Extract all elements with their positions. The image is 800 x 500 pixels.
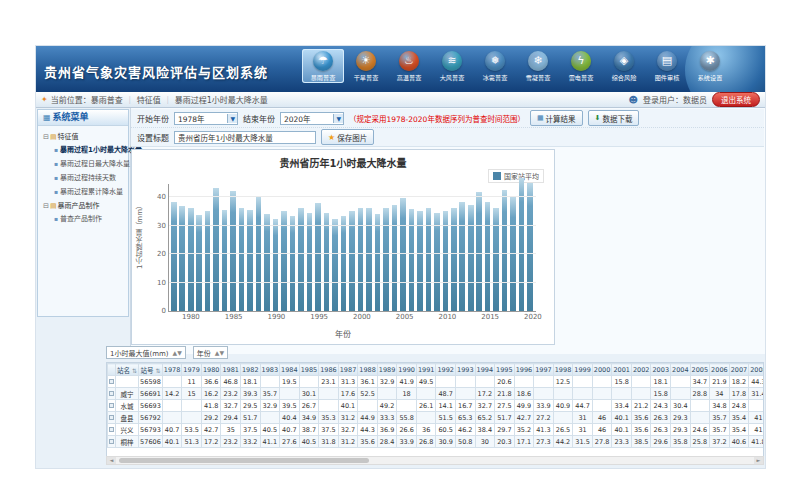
column-header-year-1981[interactable]: 1981 — [221, 364, 241, 376]
calculate-button[interactable]: ▦计算结果 — [530, 110, 583, 126]
year-column-filter[interactable]: 年份▲▼ — [193, 346, 228, 359]
bar-1981 — [196, 215, 202, 311]
tree-folder[interactable]: ⊟▤暴雨产品制作 — [40, 198, 128, 211]
value-cell-1999: 31 — [573, 424, 593, 436]
column-header-station-id[interactable]: 站号 ⇅ — [139, 364, 163, 376]
column-header-year-1991[interactable]: 1991 — [416, 364, 436, 376]
value-cell-1978 — [162, 400, 182, 412]
column-header-year-1999[interactable]: 1999 — [573, 364, 593, 376]
column-header-year-1993[interactable]: 1993 — [456, 364, 476, 376]
column-header-year-1982[interactable]: 1982 — [240, 364, 260, 376]
chart-title-input[interactable] — [174, 131, 316, 144]
column-header-year-1986[interactable]: 1986 — [319, 364, 339, 376]
nav-module-snow[interactable]: ❄雪凝普查 — [517, 49, 559, 83]
value-cell-1990: 41.9 — [397, 376, 417, 388]
row-select-cell[interactable] — [108, 436, 116, 448]
column-header-year-1994[interactable]: 1994 — [475, 364, 495, 376]
column-header-year-1980[interactable]: 1980 — [201, 364, 221, 376]
wind-icon: ≋ — [442, 51, 462, 71]
column-header-year-2005[interactable]: 2005 — [690, 364, 710, 376]
column-header-year-1997[interactable]: 1997 — [534, 364, 554, 376]
tree-item-label: 普查产品制作 — [60, 215, 102, 223]
x-tick-label: 2015 — [481, 313, 499, 321]
tree-item[interactable]: ▪暴雨过程日最大降水量 — [40, 156, 128, 170]
gridline — [169, 225, 536, 226]
column-header-year-1996[interactable]: 1996 — [514, 364, 534, 376]
nav-module-wind[interactable]: ≋大风普查 — [431, 49, 473, 83]
column-header-year-1979[interactable]: 1979 — [182, 364, 202, 376]
column-header-year-1988[interactable]: 1988 — [358, 364, 378, 376]
column-header-year-2008[interactable]: 2008 — [749, 364, 764, 376]
column-header-year-1998[interactable]: 1998 — [553, 364, 573, 376]
value-cell-1987: 31.3 — [338, 376, 358, 388]
value-cell-2003: 26.3 — [651, 424, 671, 436]
hail-icon: ❅ — [485, 51, 505, 71]
scroll-right-icon[interactable]: ► — [754, 457, 763, 464]
y-tick-label: 0 — [162, 307, 166, 315]
row-select-cell[interactable] — [108, 424, 116, 436]
column-header-year-2002[interactable]: 2002 — [631, 364, 651, 376]
value-cell-1984 — [280, 388, 300, 400]
column-header-year-1989[interactable]: 1989 — [377, 364, 397, 376]
row-select-cell[interactable] — [108, 388, 116, 400]
value-cell-1980: 42.7 — [201, 424, 221, 436]
column-header-year-2007[interactable]: 2007 — [729, 364, 749, 376]
scrollbar-thumb[interactable] — [119, 458, 369, 463]
value-cell-1995: 51.7 — [495, 412, 515, 424]
column-header-year-1984[interactable]: 1984 — [280, 364, 300, 376]
start-year-select[interactable]: 1978年▼ — [174, 112, 238, 125]
column-header-year-1987[interactable]: 1987 — [338, 364, 358, 376]
column-header-year-1985[interactable]: 1985 — [299, 364, 319, 376]
value-cell-2007: 18.2 — [729, 376, 749, 388]
logout-button[interactable]: 退出系统 — [712, 92, 760, 107]
tree-item[interactable]: ▪暴雨过程累计降水量 — [40, 184, 128, 198]
nav-module-review[interactable]: ▤图件审核 — [646, 49, 688, 83]
value-column-filter[interactable]: 1小时最大值(mm)▲▼ — [106, 346, 186, 359]
value-cell-1996: 42.7 — [514, 412, 534, 424]
value-cell-1981: 23.2 — [221, 388, 241, 400]
column-header-year-2001[interactable]: 2001 — [612, 364, 632, 376]
nav-module-heat[interactable]: ♨高温普查 — [388, 49, 430, 83]
column-header-year-1995[interactable]: 1995 — [495, 364, 515, 376]
breadcrumb-item-category[interactable]: 特征值 — [137, 94, 161, 105]
nav-module-rain[interactable]: ☂暴雨普查 — [302, 49, 344, 83]
tree-item[interactable]: ▪暴雨过程持续天数 — [40, 170, 128, 184]
x-tick-label: 1995 — [310, 313, 328, 321]
value-cell-1990: 26.6 — [397, 424, 417, 436]
save-image-button[interactable]: ★保存图片 — [321, 129, 374, 145]
download-data-button[interactable]: ⬇数据下载 — [588, 110, 640, 126]
column-header-year-2000[interactable]: 2000 — [592, 364, 612, 376]
column-header-year-2003[interactable]: 2003 — [651, 364, 671, 376]
nav-module-lightning[interactable]: ϟ雷电普查 — [560, 49, 602, 83]
chevron-down-icon: ▼ — [333, 114, 343, 123]
row-select-cell[interactable] — [108, 412, 116, 424]
column-header-year-1983[interactable]: 1983 — [260, 364, 280, 376]
row-select-cell[interactable] — [108, 376, 116, 388]
value-cell-1995: 29.7 — [495, 424, 515, 436]
breadcrumb-item-module[interactable]: 暴雨普查 — [91, 94, 123, 105]
column-header-station-name[interactable]: 站名 ⇅ — [116, 364, 139, 376]
column-header-year-1978[interactable]: 1978 — [162, 364, 182, 376]
end-year-select[interactable]: 2020年▼ — [280, 112, 344, 125]
range-note: （规定采用1978-2020年数据序列为普查时间范围） — [349, 113, 525, 124]
column-header-year-2006[interactable]: 2006 — [710, 364, 730, 376]
horizontal-scrollbar[interactable]: ◄ ► — [106, 456, 764, 465]
column-header-year-1990[interactable]: 1990 — [397, 364, 417, 376]
settings-icon: ✱ — [700, 51, 720, 71]
tree-item[interactable]: ▪普查产品制作 — [40, 211, 128, 225]
column-header-year-2004[interactable]: 2004 — [671, 364, 691, 376]
value-cell-1988 — [358, 400, 378, 412]
x-tick-label: 1985 — [225, 313, 243, 321]
bar-1995 — [315, 203, 321, 311]
scroll-left-icon[interactable]: ◄ — [107, 457, 116, 464]
row-select-cell[interactable] — [108, 400, 116, 412]
tree-item[interactable]: ▪暴雨过程1小时最大降水量 — [40, 142, 128, 156]
nav-module-risk[interactable]: ◈综合风险 — [603, 49, 645, 83]
nav-module-drought[interactable]: ☀干旱普查 — [345, 49, 387, 83]
tree-folder[interactable]: ⊟▤特征值 — [40, 129, 128, 142]
value-cell-2002: 35.6 — [631, 424, 651, 436]
breadcrumb-item-page[interactable]: 暴雨过程1小时最大降水量 — [175, 94, 268, 105]
column-header-year-1992[interactable]: 1992 — [436, 364, 456, 376]
nav-module-hail[interactable]: ❅冰雹普查 — [474, 49, 516, 83]
nav-module-settings[interactable]: ✱系统设置 — [689, 49, 731, 83]
